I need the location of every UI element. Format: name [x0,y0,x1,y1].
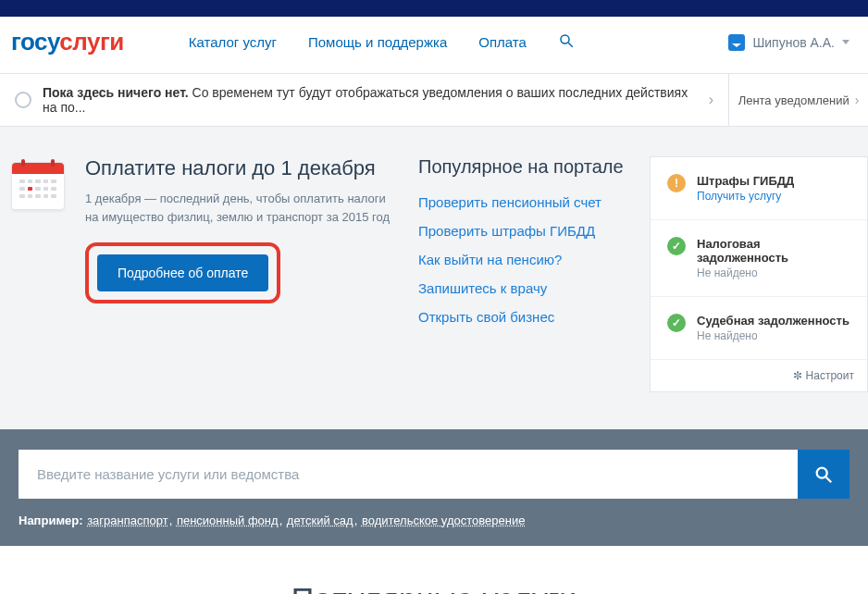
popular-services-heading: Популярные услуги [0,546,868,594]
nav-payment[interactable]: Оплата [478,34,527,50]
svg-line-3 [826,476,832,482]
configure-link[interactable]: ✼Настроит [651,360,867,391]
example-link[interactable]: пенсионный фонд [177,514,279,527]
logo[interactable]: госуслуги [11,28,124,56]
configure-label: Настроит [806,369,854,382]
example-link[interactable]: водительское удостоверение [362,514,525,527]
popular-link[interactable]: Открыть свой бизнес [418,309,631,325]
top-bar [0,0,868,17]
popular-block: Популярное на портале Проверить пенсионн… [418,156,631,392]
user-name: Шипунов А.А. [752,35,835,50]
notification-empty-icon [15,92,31,108]
search-bar [19,450,849,499]
svg-line-1 [568,43,573,47]
pay-description: 1 декабря — последний день, чтобы оплати… [85,190,391,226]
search-input[interactable] [19,450,798,499]
check-icon: ✓ [667,314,686,332]
status-item-tax[interactable]: ✓ Налоговая задолженность Не найдено [651,220,867,297]
svg-point-2 [817,467,827,477]
status-item-fines[interactable]: ! Штрафы ГИБДД Получить услугу [651,157,867,220]
popular-link[interactable]: Запишитесь к врачу [418,280,631,296]
main-nav: Каталог услуг Помощь и поддержка Оплата [189,32,575,52]
nav-help[interactable]: Помощь и поддержка [308,34,447,50]
example-link[interactable]: загранпаспорт [87,514,168,527]
status-title: Судебная задолженность [697,314,849,328]
status-sub: Получить услугу [697,190,794,203]
example-link[interactable]: детский сад [287,514,353,527]
example-label: Например: [19,514,83,527]
popular-link[interactable]: Как выйти на пенсию? [418,252,631,267]
pay-taxes-block: Оплатите налоги до 1 декабря 1 декабря —… [85,156,391,392]
status-title: Штрафы ГИБДД [697,174,794,188]
header: госуслуги Каталог услуг Помощь и поддерж… [0,17,868,73]
status-title: Налоговая задолженность [697,237,850,265]
status-sub: Не найдено [697,329,849,342]
search-section: Например: загранпаспорт, пенсионный фонд… [0,429,868,546]
notification-feed-link[interactable]: Лента уведомлений › [729,74,868,126]
pay-title: Оплатите налоги до 1 декабря [85,156,391,180]
notification-row: Пока здесь ничего нет. Со временем тут б… [0,73,868,127]
status-sidebar: ! Штрафы ГИБДД Получить услугу ✓ Налогов… [650,156,868,392]
search-examples: Например: загранпаспорт, пенсионный фонд… [19,514,849,527]
chevron-down-icon [842,40,849,44]
popular-link[interactable]: Проверить штрафы ГИБДД [418,223,631,239]
notification-banner[interactable]: Пока здесь ничего нет. Со временем тут б… [0,74,729,126]
logo-part1: госу [11,28,59,56]
warning-icon: ! [667,174,686,192]
search-icon[interactable] [558,32,575,52]
search-button[interactable] [798,450,849,499]
svg-point-0 [561,35,569,43]
chevron-right-icon: › [709,92,713,108]
gear-icon: ✼ [793,369,802,382]
popular-title: Популярное на портале [418,156,631,178]
user-icon [728,34,745,51]
status-sub: Не найдено [697,266,850,279]
status-item-court[interactable]: ✓ Судебная задолженность Не найдено [651,297,867,360]
calendar-icon [11,162,68,392]
nav-catalog[interactable]: Каталог услуг [189,34,277,50]
popular-link[interactable]: Проверить пенсионный счет [418,194,631,210]
notification-feed-label: Лента уведомлений [738,93,849,107]
check-icon: ✓ [667,237,686,255]
notification-text: Пока здесь ничего нет. Со временем тут б… [43,85,698,115]
pay-more-button[interactable]: Подробнее об оплате [97,254,268,291]
chevron-right-icon: › [855,93,860,107]
logo-part2: слуги [59,28,123,56]
notification-bold: Пока здесь ничего нет. [43,85,189,100]
pay-button-highlight: Подробнее об оплате [85,242,280,303]
main-content: Оплатите налоги до 1 декабря 1 декабря —… [0,127,868,429]
user-menu[interactable]: Шипунов А.А. [728,34,849,51]
